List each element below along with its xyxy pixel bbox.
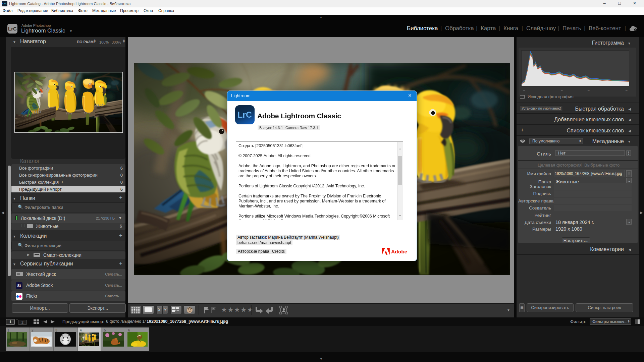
- svg-text:Adobe: Adobe: [391, 249, 407, 254]
